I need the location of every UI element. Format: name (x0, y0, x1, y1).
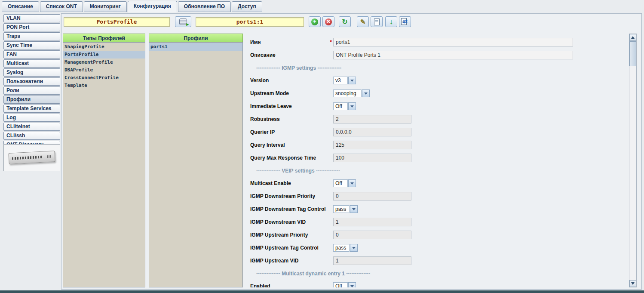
field-igmp-upstream-tag-control-select[interactable]: pass (333, 244, 358, 252)
sidebar-item-template-services[interactable]: Template Services (3, 105, 60, 113)
chevron-down-icon[interactable] (348, 282, 356, 287)
sidebar-item-pon-port[interactable]: PON Port (3, 23, 60, 31)
field-igmp-downstream-priority-input[interactable]: 0 (333, 192, 411, 200)
cross-circle-icon: ✕ (325, 19, 332, 25)
field-multicast-enable-select[interactable]: Off (333, 179, 356, 187)
download-button[interactable]: ↓ (385, 16, 397, 27)
profile-type-item-template[interactable]: Template (63, 82, 145, 89)
sidebar-item-sync-time[interactable]: Sync Time (3, 41, 60, 49)
sidebar-item-cli-telnet[interactable]: CLI/telnet (3, 123, 60, 131)
form-row-querier-ip: Querier IP0.0.0.0 (247, 126, 629, 139)
pencil-icon: ✎ (360, 19, 366, 25)
field-querier-ip-input[interactable]: 0.0.0.0 (333, 128, 411, 136)
sidebar-item-log[interactable]: Log (3, 114, 60, 122)
field-igmp-downstream-tag-control-select[interactable]: pass (333, 205, 358, 213)
vertical-scrollbar[interactable] (629, 34, 637, 287)
tab-monitoring[interactable]: Мониторинг (84, 1, 127, 12)
apply-button[interactable]: ⇄ (399, 16, 411, 27)
edit-button[interactable]: ✎ (357, 16, 369, 27)
down-arrow-icon: ↓ (389, 19, 393, 25)
field-igmp-upstream-vid-input[interactable]: 1 (333, 256, 411, 265)
profile-types-list: ShapingProfilePortsProfileManagementProf… (63, 42, 145, 287)
profile-types-header: Типы Профилей (63, 34, 145, 42)
form-row-opisanie: ОписаниеONT Profile Ports 1 (247, 49, 629, 62)
chevron-down-icon[interactable] (362, 89, 370, 97)
refresh-button[interactable]: ↻ (339, 16, 351, 27)
tab-dostup[interactable]: Доступ (232, 1, 262, 12)
field-robustness-input[interactable]: 2 (333, 115, 411, 123)
field-query-interval-input[interactable]: 125 (333, 141, 411, 149)
triangle-down-icon (631, 282, 635, 285)
form-row-immediate-leave: Immediate LeaveOff (247, 100, 629, 113)
form-row-igmp-downstream-vid: IGMP Downstream VID1 (247, 216, 629, 228)
selected-value: Off (333, 102, 348, 110)
field-label-igmp-upstream-vid: IGMP Upstream VID (250, 258, 327, 264)
field-label-querier-ip: Querier IP (250, 129, 327, 135)
sidebar-item-fan[interactable]: FAN (3, 50, 60, 59)
profile-type-item-managementprofile[interactable]: ManagementProfile (63, 59, 145, 66)
field-igmp-downstream-vid-input[interactable]: 1 (333, 218, 411, 226)
selected-value: Off (333, 179, 348, 187)
field-enabled-select[interactable]: Off (333, 282, 356, 287)
form-row-query-interval: Query Interval125 (247, 139, 629, 151)
copy-button[interactable] (371, 16, 383, 27)
profile-type-item-crossconnectprofile[interactable]: CrossConnectProfile (63, 74, 145, 82)
profiles-header: Профили (149, 34, 243, 42)
form-row-enabled: EnabledOff (247, 280, 629, 287)
plus-circle-icon: + (311, 19, 318, 25)
form-row-imya: Имя*ports1 (247, 36, 629, 49)
field-opisanie-input[interactable]: ONT Profile Ports 1 (333, 51, 573, 59)
switch-ports-icon (12, 156, 42, 160)
sidebar-item-polzovateli[interactable]: Пользователи (3, 77, 60, 86)
profile-type-item-portsprofile[interactable]: PortsProfile (63, 51, 145, 59)
form-row-version: Versionv3 (247, 74, 629, 87)
sidebar-item-roli[interactable]: Роли (3, 86, 60, 95)
chevron-down-icon[interactable] (348, 179, 356, 187)
scrollbar-thumb[interactable] (629, 41, 636, 66)
profile-type-item-dbaprofile[interactable]: DBAProfile (63, 66, 145, 74)
tab-konfiguratsiya[interactable]: Конфигурация (128, 1, 177, 12)
tab-spisok-ont[interactable]: Список ONT (40, 1, 83, 12)
sidebar-item-profili[interactable]: Профили (3, 96, 60, 104)
chevron-down-icon[interactable] (348, 77, 356, 84)
field-label-version: Version (250, 77, 327, 83)
switch-illustration (8, 151, 55, 164)
field-version-select[interactable]: v3 (333, 77, 356, 84)
database-icon: ▸ (179, 19, 187, 25)
chevron-down-icon[interactable] (348, 102, 356, 110)
refresh-icon: ↻ (342, 19, 347, 25)
sidebar-item-syslog[interactable]: Syslog (3, 68, 60, 77)
field-label-upstream-mode: Upstream Mode (250, 90, 327, 96)
scroll-up-button[interactable] (629, 34, 636, 41)
field-igmp-upstream-priority-input[interactable]: 0 (333, 231, 411, 239)
chevron-down-icon[interactable] (350, 244, 358, 252)
field-imya-input[interactable]: ports1 (333, 38, 573, 46)
add-button[interactable]: + (309, 16, 321, 27)
profile-item-ports1[interactable]: ports1 (149, 43, 242, 51)
scroll-down-button[interactable] (629, 280, 636, 287)
section-header-igmp-settings: -------------- IGMP settings -----------… (247, 62, 629, 74)
sidebar-item-cli-ssh[interactable]: CLI/ssh (3, 132, 60, 140)
delete-button[interactable]: ✕ (322, 16, 334, 27)
form-row-igmp-upstream-vid: IGMP Upstream VID1 (247, 254, 629, 267)
section-header-multicast-dynamic-entry-1: -------------- Multicast dynamic entry 1… (247, 267, 629, 280)
field-label-imya: Имя (250, 39, 327, 45)
field-upstream-mode-select[interactable]: snooping (333, 89, 370, 97)
form-row-robustness: Robustness2 (247, 113, 629, 126)
sidebar-item-traps[interactable]: Traps (3, 32, 60, 40)
field-immediate-leave-select[interactable]: Off (333, 102, 356, 110)
profile-type-item-shapingprofile[interactable]: ShapingProfile (63, 43, 145, 51)
load-button[interactable]: ▸ (175, 16, 191, 27)
switch-leds-icon (47, 155, 52, 158)
tab-opisanie[interactable]: Описание (2, 1, 39, 12)
sidebar-item-vlan[interactable]: VLAN (3, 14, 60, 22)
chevron-down-icon[interactable] (350, 205, 358, 213)
field-label-opisanie: Описание (250, 52, 327, 58)
form-row-igmp-downstream-priority: IGMP Downstream Priority0 (247, 190, 629, 203)
field-query-max-response-time-input[interactable]: 100 (333, 154, 411, 162)
form-row-igmp-upstream-tag-control: IGMP Upstream Tag Controlpass (247, 241, 629, 254)
field-label-igmp-downstream-priority: IGMP Downstream Priority (250, 193, 327, 199)
tab-obnovlenie-po[interactable]: Обновление ПО (178, 1, 231, 12)
profiles-list: ports1 (149, 42, 243, 287)
sidebar-item-multicast[interactable]: Multicast (3, 59, 60, 68)
